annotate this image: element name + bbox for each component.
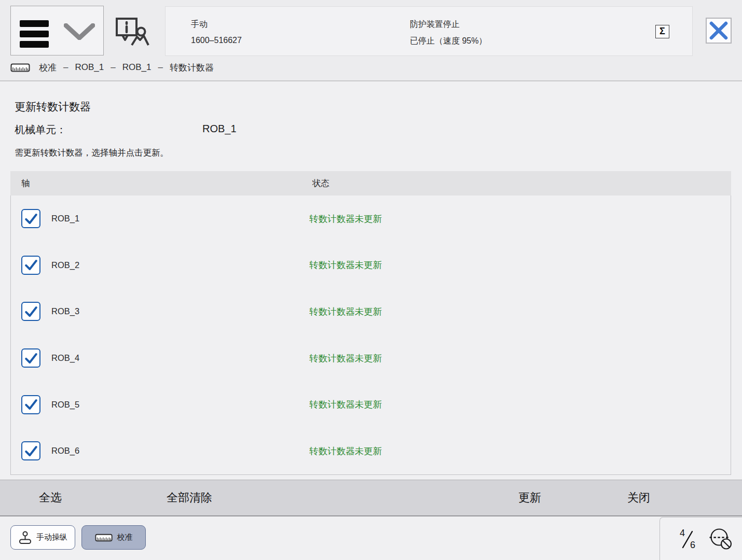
close-button[interactable]: 关闭 [627,490,650,506]
update-button[interactable]: 更新 [518,490,541,506]
axis-table-header: 轴 状态 [10,171,731,195]
taskbar-item-jogging[interactable]: 手动操纵 [10,525,75,550]
operator-messages-button[interactable] [115,17,150,46]
guard-stop-state: 防护装置停止 [410,19,460,30]
breadcrumb-item: 转数计数器 [170,62,214,74]
breadcrumb-item: ROB_1 [122,62,152,73]
status-bar[interactable]: 手动 1600–516627 防护装置停止 已停止（速度 95%） Σ [165,6,693,56]
hamburger-icon [20,20,49,48]
axis-status: 转数计数器未更新 [309,259,382,271]
table-row[interactable]: ROB_4 转数计数器未更新 [11,335,731,382]
axis-status: 转数计数器未更新 [309,352,382,365]
breadcrumb-separator: – [63,62,68,73]
joystick-icon [18,531,32,544]
axis-name: ROB_1 [51,214,79,223]
page-title: 更新转数计数器 [15,100,91,114]
column-header-status: 状态 [312,178,329,189]
column-header-axis: 轴 [21,178,30,189]
breadcrumb: 校准 – ROB_1 – ROB_1 – 转数计数器 [10,61,214,74]
breadcrumb-item: ROB_1 [75,62,104,73]
axis-table: ROB_1 转数计数器未更新 ROB_2 转数计数器未更新 ROB_3 转数计数… [10,195,731,475]
action-bar: 全选 全部清除 更新 关闭 [0,480,742,516]
taskbar: 手动操纵 校准 4 6 [0,516,742,560]
axis-status: 转数计数器未更新 [309,305,382,318]
checkmark-icon [23,443,39,459]
checkmark-icon [23,396,39,413]
operator-message-icon [115,17,150,46]
taskbar-item-label: 校准 [117,533,133,542]
axis-status: 转数计数器未更新 [309,398,382,411]
instruction-text: 需更新转数计数器，选择轴并点击更新。 [15,147,169,159]
clear-all-button[interactable]: 全部清除 [167,490,212,506]
flexpendant-screen: 手动 1600–516627 防护装置停止 已停止（速度 95%） Σ [0,0,742,560]
operating-mode: 手动 [191,19,208,30]
checkmark-icon [23,303,39,320]
mechanical-unit-quickset-icon [708,527,733,551]
table-row[interactable]: ROB_6 转数计数器未更新 [11,428,731,474]
page-indicator-denominator: 6 [690,540,695,551]
mechanical-unit-value: ROB_1 [202,123,237,135]
checkmark-icon [23,350,39,367]
table-row[interactable]: ROB_5 转数计数器未更新 [11,381,731,428]
axis-name: ROB_5 [51,400,79,410]
axis-status: 转数计数器未更新 [309,213,382,225]
header-divider [0,80,742,81]
mechanical-unit-label: 机械单元： [15,123,66,137]
axis-checkbox[interactable] [21,256,40,275]
mechanical-unit-indicator: Σ [655,25,669,38]
axis-status: 转数计数器未更新 [309,445,382,457]
calibration-ruler-icon [10,63,30,72]
table-row[interactable]: ROB_3 转数计数器未更新 [11,288,731,335]
breadcrumb-separator: – [158,62,162,73]
checkmark-icon [23,211,39,227]
axis-name: ROB_3 [51,306,79,316]
close-view-button[interactable] [706,18,732,44]
axis-checkbox[interactable] [21,209,40,228]
select-all-button[interactable]: 全选 [39,490,62,506]
axis-name: ROB_6 [51,446,79,456]
axis-name: ROB_2 [51,260,79,270]
chevron-down-icon [64,23,95,40]
system-id: 1600–516627 [191,36,242,45]
breadcrumb-separator: – [111,62,115,73]
axis-checkbox[interactable] [21,441,40,460]
taskbar-item-calibration-active[interactable]: 校准 [81,525,146,550]
page-indicator: 4 6 [680,528,695,551]
breadcrumb-item: 校准 [39,62,57,74]
table-row[interactable]: ROB_2 转数计数器未更新 [11,242,731,289]
quickset-panel[interactable]: 4 6 [659,517,742,560]
ruler-icon [95,534,113,542]
checkmark-icon [23,257,39,273]
table-row[interactable]: ROB_1 转数计数器未更新 [11,195,731,242]
taskbar-item-label: 手动操纵 [36,533,67,542]
axis-name: ROB_4 [51,353,79,363]
main-menu-button[interactable] [10,6,104,55]
run-state-speed: 已停止（速度 95%） [410,36,487,47]
axis-checkbox[interactable] [21,302,40,321]
axis-checkbox[interactable] [21,348,40,368]
axis-checkbox[interactable] [21,395,40,414]
robot-icon: Σ [659,26,665,36]
close-icon [708,20,730,41]
